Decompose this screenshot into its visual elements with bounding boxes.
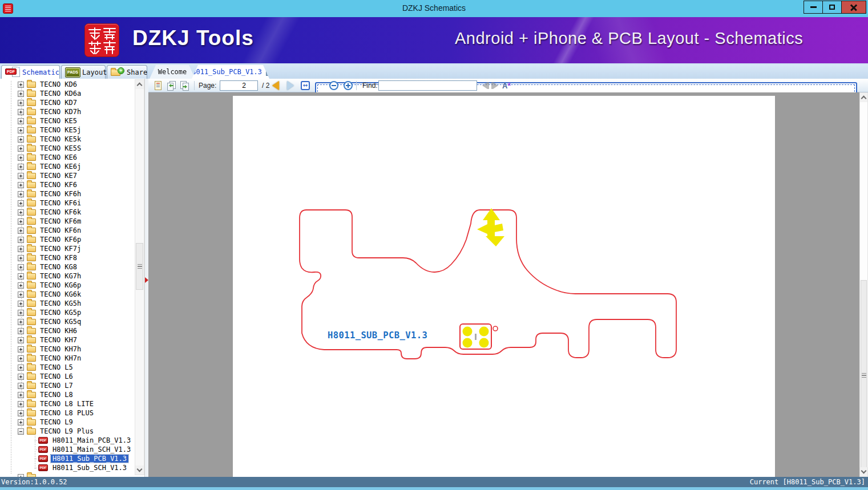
close-button[interactable]: [841, 1, 866, 14]
tree-item[interactable]: TECNO KF8: [0, 253, 135, 262]
page-back-view-icon[interactable]: [166, 80, 177, 91]
tree-item[interactable]: TECNO KH7h: [0, 345, 135, 354]
expand-toggle[interactable]: [18, 209, 24, 216]
tree-item[interactable]: TECNO KF6p: [0, 235, 135, 244]
expand-toggle[interactable]: [18, 127, 24, 133]
tree-item[interactable]: TECNO KD6a: [0, 89, 135, 98]
tree-item[interactable]: TECNO KE7: [0, 171, 135, 180]
fit-width-icon[interactable]: ↔: [301, 81, 310, 90]
expand-toggle[interactable]: [18, 319, 24, 325]
expand-toggle[interactable]: [18, 218, 24, 225]
collapse-toggle[interactable]: [18, 428, 24, 435]
tree-item[interactable]: TECNO KF7j: [0, 244, 135, 253]
expand-toggle[interactable]: [18, 82, 24, 88]
expand-toggle[interactable]: [18, 118, 24, 124]
zoom-out-icon[interactable]: [329, 81, 338, 90]
expand-toggle[interactable]: [18, 365, 24, 371]
tree-item[interactable]: PDFH8011_Main_SCH_V1.3: [0, 445, 135, 454]
expand-toggle[interactable]: [18, 374, 24, 380]
tree-item[interactable]: PDFH8011_Sub_PCB_V1.3: [0, 454, 135, 463]
viewer-scrollbar-thumb[interactable]: [861, 280, 867, 470]
find-previous-icon[interactable]: [481, 82, 489, 89]
tree-item[interactable]: TECNO KG5h: [0, 299, 135, 308]
expand-toggle[interactable]: [18, 191, 24, 197]
minimize-button[interactable]: [804, 1, 823, 14]
tree-item[interactable]: TECNO KG5q: [0, 317, 135, 326]
expand-toggle[interactable]: [18, 291, 24, 298]
expand-toggle[interactable]: [18, 355, 24, 362]
expand-toggle[interactable]: [18, 237, 24, 243]
tree-item[interactable]: TECNO KH7: [0, 335, 135, 345]
tree-item[interactable]: TECNO KF6k: [0, 208, 135, 217]
tree-item[interactable]: TECNO KF6i: [0, 199, 135, 208]
close-tab-icon[interactable]: [266, 68, 273, 76]
maximize-button[interactable]: [822, 1, 842, 14]
copy-page-icon[interactable]: [153, 80, 164, 91]
tree-item[interactable]: PDFH8011_Sub_SCH_V1.3: [0, 463, 135, 472]
doc-tab-welcome[interactable]: Welcome: [150, 65, 195, 79]
page-forward-view-icon[interactable]: [179, 80, 190, 91]
zoom-in-icon[interactable]: [344, 81, 353, 90]
tree-item[interactable]: TECNO L8 LITE: [0, 399, 135, 408]
match-case-icon[interactable]: Aa: [502, 81, 510, 90]
expand-toggle[interactable]: [18, 273, 24, 280]
tree-scrollbar[interactable]: [135, 79, 144, 475]
expand-toggle[interactable]: [18, 155, 24, 161]
tree-item[interactable]: TECNO KF6m: [0, 217, 135, 226]
expand-toggle[interactable]: [18, 301, 24, 307]
expand-toggle[interactable]: [18, 246, 24, 252]
tree-item[interactable]: TECNO KF6: [0, 180, 135, 189]
tree-item[interactable]: TECNO L8: [0, 390, 135, 399]
scroll-down-button[interactable]: [135, 465, 144, 475]
tree-item[interactable]: TECNO KH7n: [0, 354, 135, 363]
tree-item[interactable]: TECNO KE6: [0, 153, 135, 162]
expand-toggle[interactable]: [18, 264, 24, 270]
scroll-up-button[interactable]: [135, 80, 144, 89]
find-next-icon[interactable]: [491, 82, 499, 89]
expand-toggle[interactable]: [18, 173, 24, 179]
tree-item[interactable]: TECNO KE5S: [0, 144, 135, 153]
tree-item[interactable]: TECNO KE6j: [0, 162, 135, 171]
expand-toggle[interactable]: [18, 255, 24, 261]
tree-item[interactable]: TECNO L9: [0, 418, 135, 427]
expand-toggle[interactable]: [18, 109, 24, 115]
tree-item[interactable]: TECNO KE5j: [0, 125, 135, 135]
tree-item[interactable]: TECNO L6: [0, 372, 135, 381]
tree-item[interactable]: TECNO L5: [0, 363, 135, 372]
tree-item[interactable]: TECNO KE5: [0, 116, 135, 125]
tree-item[interactable]: TECNO L9 Plus: [0, 427, 135, 436]
expand-toggle[interactable]: [18, 200, 24, 206]
tab-share[interactable]: +Share: [107, 65, 147, 79]
expand-toggle[interactable]: [18, 136, 24, 143]
tree-item[interactable]: TECNO KG5p: [0, 308, 135, 317]
tree-item[interactable]: TECNO KG7h: [0, 272, 135, 281]
tree-item[interactable]: TECNO L8 PLUS: [0, 408, 135, 418]
tree-item[interactable]: [0, 472, 135, 477]
expand-toggle[interactable]: [18, 401, 24, 407]
expand-toggle[interactable]: [18, 100, 24, 106]
expand-toggle[interactable]: [18, 419, 24, 426]
expand-toggle[interactable]: [18, 328, 24, 334]
tree-scrollbar-thumb[interactable]: [136, 243, 143, 290]
expand-toggle[interactable]: [18, 91, 24, 97]
expand-toggle[interactable]: [18, 145, 24, 152]
tab-schematic[interactable]: PDFSchematic: [1, 65, 60, 79]
expand-toggle[interactable]: [18, 346, 24, 353]
tree-item[interactable]: TECNO KH6: [0, 326, 135, 335]
viewer-scrollbar[interactable]: [859, 92, 868, 477]
page-number-input[interactable]: [220, 80, 258, 91]
doc-tab-h8011_sub_pcb_v1.3[interactable]: H8011_Sub_PCB_V1.3: [192, 65, 269, 79]
expand-toggle[interactable]: [18, 282, 24, 289]
tree-item[interactable]: PDFH8011_Main_PCB_V1.3: [0, 436, 135, 445]
tree-item[interactable]: TECNO KE5k: [0, 135, 135, 144]
expand-toggle[interactable]: [18, 164, 24, 170]
next-page-icon[interactable]: [287, 81, 294, 90]
expand-toggle[interactable]: [18, 410, 24, 416]
scroll-up-button[interactable]: [860, 93, 867, 102]
tree-item[interactable]: TECNO L7: [0, 381, 135, 390]
tree-item[interactable]: TECNO KG6k: [0, 290, 135, 299]
expand-toggle[interactable]: [18, 182, 24, 188]
expand-toggle[interactable]: [18, 228, 24, 234]
find-input[interactable]: [378, 80, 477, 91]
tree-item[interactable]: TECNO KF6n: [0, 226, 135, 235]
